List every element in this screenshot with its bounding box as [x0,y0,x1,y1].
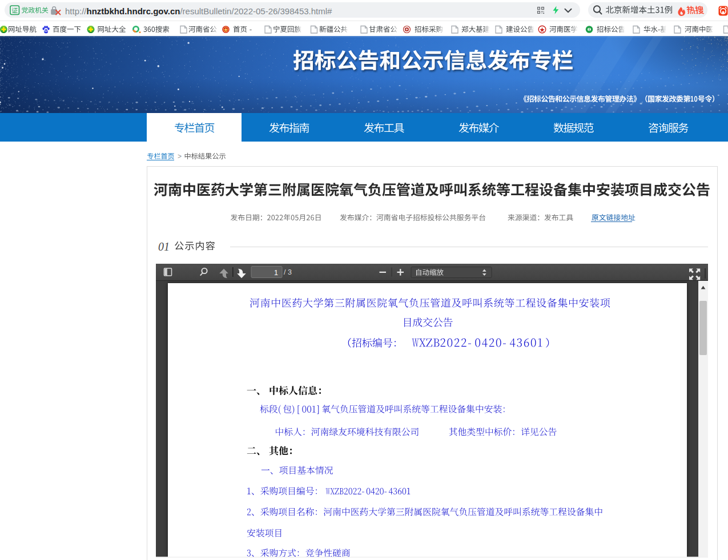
svg-text:du: du [45,30,48,33]
svg-text:1: 1 [274,269,278,277]
